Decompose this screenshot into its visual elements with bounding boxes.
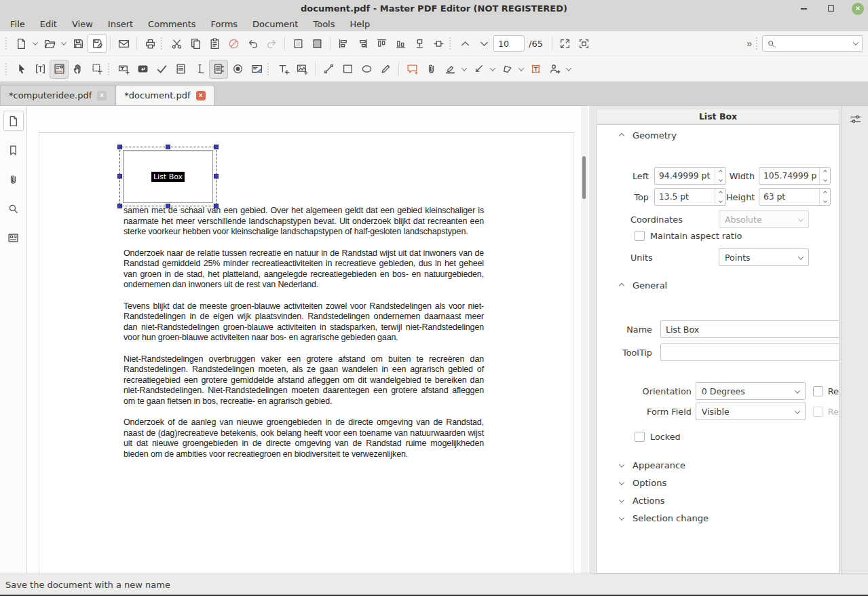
toolbar-grip[interactable] — [161, 37, 163, 50]
units-select[interactable]: Points — [719, 248, 809, 266]
pencil-tool-button[interactable] — [376, 60, 395, 79]
search-input[interactable] — [778, 39, 851, 48]
text-cursor-tool-button[interactable] — [190, 60, 209, 79]
restrict-button[interactable] — [224, 34, 243, 53]
page-number-input[interactable] — [493, 35, 525, 52]
close-button[interactable]: × — [852, 3, 864, 15]
scrollbar-thumb[interactable] — [582, 156, 586, 199]
save-as-button[interactable] — [88, 34, 107, 53]
toolbar-grip[interactable] — [5, 37, 7, 50]
document-scrollbar[interactable] — [581, 106, 588, 574]
align-left-button[interactable] — [334, 34, 353, 53]
menu-edit[interactable]: Edit — [33, 17, 64, 31]
sidebar-pages-button[interactable] — [3, 111, 24, 131]
line-tool-button[interactable] — [319, 60, 338, 79]
fit-page-button[interactable] — [556, 34, 575, 53]
top-field[interactable]: 13.5 pt — [654, 188, 726, 206]
highlighter-dropdown[interactable] — [459, 60, 469, 79]
new-document-button[interactable] — [12, 34, 31, 53]
polygon-tool-button[interactable] — [497, 60, 516, 79]
fit-selection-button[interactable] — [575, 34, 594, 53]
menu-insert[interactable]: Insert — [100, 17, 140, 31]
list-box-tool-button[interactable] — [209, 60, 228, 79]
chevron-down-icon[interactable] — [853, 39, 858, 45]
arrow-tool-button[interactable] — [469, 60, 488, 79]
radio-button-tool-button[interactable] — [228, 60, 247, 79]
next-page-button[interactable] — [474, 34, 493, 53]
menu-file[interactable]: File — [3, 17, 33, 31]
width-spinner[interactable] — [819, 168, 830, 184]
email-button[interactable] — [114, 34, 133, 53]
toolbar-grip[interactable] — [756, 37, 758, 50]
text-annotation-tool-button[interactable] — [526, 60, 545, 79]
stamp-tool-button[interactable] — [545, 60, 564, 79]
resize-handle[interactable] — [166, 145, 170, 149]
attach-file-button[interactable] — [421, 60, 440, 79]
edit-forms-tool-button[interactable] — [50, 60, 69, 79]
coordinates-select[interactable]: Absolute — [719, 210, 809, 228]
toolbar-grip[interactable] — [5, 63, 7, 75]
name-input[interactable] — [660, 320, 839, 338]
comment-tool-button[interactable] — [402, 60, 421, 79]
sidebar-bookmarks-button[interactable] — [3, 140, 24, 160]
height-spinner[interactable] — [819, 189, 830, 205]
toolbar-grip[interactable] — [267, 63, 269, 75]
print-button[interactable] — [140, 34, 159, 53]
edit-text-tool-button[interactable] — [31, 60, 50, 79]
required-checkbox[interactable] — [813, 407, 823, 417]
section-geometry[interactable]: Geometry — [597, 130, 677, 141]
sidebar-form-fields-button[interactable] — [3, 227, 24, 248]
page-filled-button[interactable] — [307, 34, 326, 53]
tooltip-input[interactable] — [660, 343, 839, 361]
maintain-aspect-checkbox[interactable] — [635, 231, 645, 241]
open-file-button[interactable] — [40, 34, 59, 53]
text-field-tool-button[interactable] — [114, 60, 133, 79]
undo-button[interactable] — [243, 34, 262, 53]
menu-document[interactable]: Document — [245, 17, 305, 31]
tab-close-button[interactable]: × — [196, 91, 206, 100]
cut-button[interactable] — [167, 34, 186, 53]
add-text-button[interactable] — [273, 60, 293, 79]
sidebar-search-button[interactable] — [3, 198, 24, 219]
minimize-button[interactable] — [797, 3, 810, 15]
menu-help[interactable]: Help — [343, 17, 378, 31]
tab-close-button[interactable]: × — [97, 91, 107, 100]
resize-handle[interactable] — [117, 145, 122, 149]
ellipse-tool-button[interactable] — [357, 60, 376, 79]
left-field[interactable]: 94.49999 pt — [654, 167, 726, 185]
section-appearance[interactable]: Appearance — [597, 460, 685, 470]
menu-forms[interactable]: Forms — [204, 17, 246, 31]
resize-handle[interactable] — [214, 174, 219, 179]
resize-handle[interactable] — [117, 204, 122, 208]
center-vertical-button[interactable] — [429, 34, 448, 53]
add-image-button[interactable] — [293, 60, 312, 79]
resize-handle[interactable] — [214, 145, 219, 149]
toolbar-grip[interactable] — [108, 63, 110, 75]
new-document-dropdown[interactable] — [31, 34, 40, 53]
read-only-checkbox[interactable] — [813, 386, 823, 396]
align-right-button[interactable] — [353, 34, 372, 53]
toolbar-grip[interactable] — [449, 37, 451, 50]
combo-box-tool-button[interactable] — [171, 60, 190, 79]
document-canvas[interactable]: List Box samen met de schaal van een geb… — [27, 106, 589, 574]
select-tool-button[interactable] — [12, 60, 31, 79]
sidebar-attachments-button[interactable] — [3, 169, 24, 189]
restore-button[interactable] — [825, 3, 837, 15]
open-file-dropdown[interactable] — [59, 34, 69, 53]
toolbar-overflow-button[interactable]: » — [747, 38, 752, 49]
tab-document[interactable]: *document.pdf × — [115, 85, 214, 105]
previous-page-button[interactable] — [455, 34, 474, 53]
polygon-dropdown[interactable] — [516, 60, 526, 79]
align-top-button[interactable] — [372, 34, 391, 53]
menu-view[interactable]: View — [64, 17, 100, 31]
selected-form-field[interactable]: List Box — [119, 147, 216, 206]
panel-settings-button[interactable] — [846, 110, 864, 128]
section-actions[interactable]: Actions — [597, 496, 665, 506]
orientation-select[interactable]: 0 Degrees — [696, 382, 806, 400]
width-field[interactable]: 105.74999 p — [759, 167, 831, 185]
top-spinner[interactable] — [715, 189, 725, 205]
section-general[interactable]: General — [597, 280, 667, 291]
height-field[interactable]: 63 pt — [759, 188, 831, 206]
locked-checkbox[interactable] — [635, 432, 645, 442]
rectangle-tool-button[interactable] — [338, 60, 357, 79]
